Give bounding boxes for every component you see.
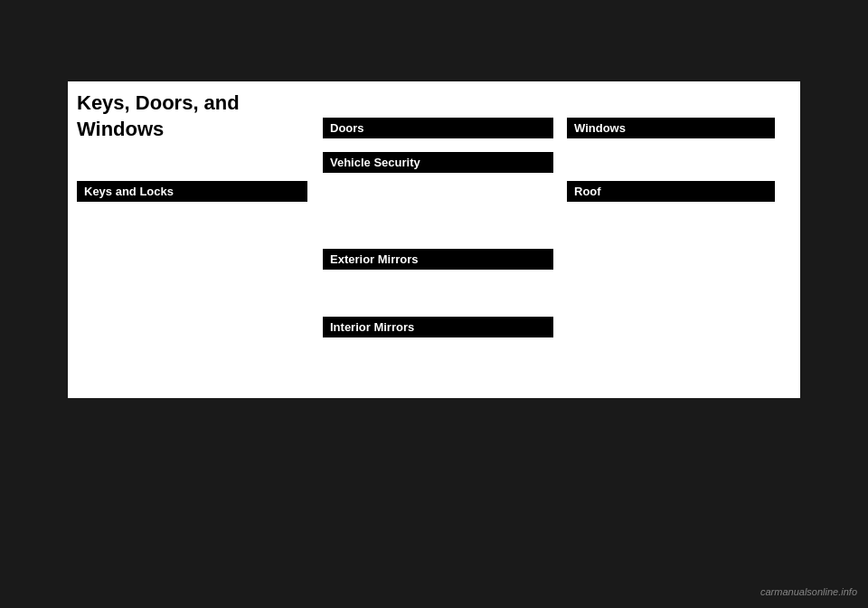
main-title: Keys, Doors, and Windows bbox=[77, 90, 303, 142]
vehicle-security-label: Vehicle Security bbox=[330, 156, 420, 169]
doors-item[interactable]: Doors bbox=[323, 118, 553, 138]
main-title-line1: Keys, Doors, and bbox=[77, 91, 240, 114]
keys-and-locks-label: Keys and Locks bbox=[84, 185, 174, 198]
interior-mirrors-item[interactable]: Interior Mirrors bbox=[323, 317, 553, 337]
interior-mirrors-label: Interior Mirrors bbox=[330, 320, 414, 334]
roof-item[interactable]: Roof bbox=[567, 181, 775, 202]
main-title-line2: Windows bbox=[77, 118, 164, 140]
watermark: carmanualsonline.info bbox=[760, 586, 857, 597]
roof-label: Roof bbox=[574, 185, 601, 198]
exterior-mirrors-label: Exterior Mirrors bbox=[330, 252, 419, 266]
keys-and-locks-item[interactable]: Keys and Locks bbox=[77, 181, 307, 202]
doors-label: Doors bbox=[330, 121, 364, 135]
watermark-text: carmanualsonline.info bbox=[760, 586, 857, 597]
page-background: Keys, Doors, and Windows Keys and Locks … bbox=[0, 0, 868, 608]
windows-item[interactable]: Windows bbox=[567, 118, 775, 138]
exterior-mirrors-item[interactable]: Exterior Mirrors bbox=[323, 249, 553, 270]
windows-label: Windows bbox=[574, 121, 626, 135]
vehicle-security-item[interactable]: Vehicle Security bbox=[323, 152, 553, 173]
